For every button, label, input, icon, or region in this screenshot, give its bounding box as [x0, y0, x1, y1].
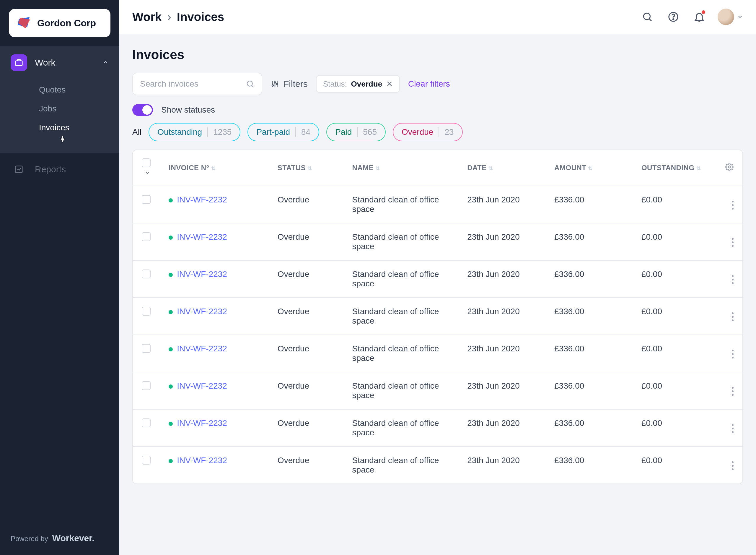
row-outstanding: £0.00 — [637, 223, 718, 260]
breadcrumb-root[interactable]: Work — [132, 10, 161, 23]
status-dot — [169, 236, 173, 240]
row-outstanding: £0.00 — [637, 260, 718, 298]
pill-partpaid[interactable]: Part-paid 84 — [247, 123, 319, 141]
status-dot — [169, 459, 173, 463]
col-outstanding[interactable]: OUTSTANDING — [642, 164, 695, 172]
row-actions-icon[interactable] — [732, 275, 734, 284]
sort-icon: ⇅ — [696, 166, 701, 171]
invoice-link[interactable]: INV-WF-2232 — [177, 232, 227, 242]
table-row[interactable]: INV-WF-2232OverdueStandard clean of offi… — [133, 446, 743, 483]
sidebar-item-reports[interactable]: Reports — [0, 153, 119, 186]
breadcrumb: Work › Invoices — [132, 10, 224, 24]
brand[interactable]: Gordon Corp — [9, 9, 110, 37]
select-all-checkbox[interactable] — [142, 158, 151, 167]
sort-icon: ⇅ — [488, 166, 493, 171]
sidebar-item-label: Work — [35, 58, 55, 68]
invoice-link[interactable]: INV-WF-2232 — [177, 381, 227, 390]
filter-chip-label: Status: — [323, 80, 347, 89]
sidebar-item-jobs[interactable]: Jobs — [0, 99, 119, 118]
invoice-link[interactable]: INV-WF-2232 — [177, 344, 227, 353]
row-date: 23th Jun 2020 — [463, 372, 550, 409]
table-row[interactable]: INV-WF-2232OverdueStandard clean of offi… — [133, 409, 743, 446]
search-icon[interactable] — [640, 9, 655, 25]
invoice-link[interactable]: INV-WF-2232 — [177, 419, 227, 428]
row-checkbox[interactable] — [142, 419, 151, 427]
pill-paid[interactable]: Paid 565 — [326, 123, 386, 141]
row-date: 23th Jun 2020 — [463, 335, 550, 372]
col-name[interactable]: NAME — [352, 164, 374, 172]
sidebar-item-work[interactable]: Work — [0, 46, 119, 79]
row-checkbox[interactable] — [142, 269, 151, 279]
invoice-link[interactable]: INV-WF-2232 — [177, 269, 227, 279]
sidebar-item-quotes[interactable]: Quotes — [0, 80, 119, 99]
row-amount: £336.00 — [550, 223, 637, 260]
row-checkbox[interactable] — [142, 381, 151, 390]
search-input-wrap — [132, 73, 262, 95]
search-input[interactable] — [140, 79, 246, 89]
invoices-table: INVOICE N°⇅ STATUS⇅ NAME⇅ DATE⇅ AMOUNT⇅ … — [132, 150, 743, 484]
row-actions-icon[interactable] — [732, 350, 734, 358]
sort-icon: ⇅ — [375, 166, 380, 171]
chevron-down-icon — [737, 14, 743, 20]
row-outstanding: £0.00 — [637, 446, 718, 483]
row-status: Overdue — [273, 372, 347, 409]
sidebar-item-invoices[interactable]: Invoices — [0, 118, 119, 137]
row-status: Overdue — [273, 186, 347, 223]
notifications-icon[interactable] — [692, 9, 707, 25]
status-dot — [169, 422, 173, 426]
user-menu[interactable] — [718, 9, 743, 25]
row-checkbox[interactable] — [142, 195, 151, 204]
col-amount[interactable]: AMOUNT — [554, 164, 586, 172]
row-date: 23th Jun 2020 — [463, 186, 550, 223]
page-title: Invoices — [132, 47, 743, 62]
clear-filters-link[interactable]: Clear filters — [408, 79, 450, 89]
col-invoice[interactable]: INVOICE N° — [169, 164, 209, 172]
row-actions-icon[interactable] — [732, 387, 734, 396]
help-icon[interactable] — [666, 9, 681, 25]
table-row[interactable]: INV-WF-2232OverdueStandard clean of offi… — [133, 372, 743, 409]
row-checkbox[interactable] — [142, 232, 151, 241]
row-amount: £336.00 — [550, 446, 637, 483]
row-status: Overdue — [273, 260, 347, 298]
row-actions-icon[interactable] — [732, 201, 734, 210]
pill-label: Part-paid — [256, 127, 290, 137]
row-actions-icon[interactable] — [732, 461, 734, 470]
close-icon[interactable]: ✕ — [386, 80, 393, 89]
breadcrumb-sep: › — [167, 10, 171, 23]
table-row[interactable]: INV-WF-2232OverdueStandard clean of offi… — [133, 223, 743, 260]
invoice-link[interactable]: INV-WF-2232 — [177, 195, 227, 204]
row-amount: £336.00 — [550, 335, 637, 372]
row-outstanding: £0.00 — [637, 335, 718, 372]
row-actions-icon[interactable] — [732, 238, 734, 247]
sort-icon: ⇅ — [211, 166, 216, 171]
powered-by: Powered by Workever. — [0, 521, 119, 555]
table-row[interactable]: INV-WF-2232OverdueStandard clean of offi… — [133, 298, 743, 335]
table-row[interactable]: INV-WF-2232OverdueStandard clean of offi… — [133, 186, 743, 223]
show-statuses-toggle[interactable] — [132, 104, 153, 116]
table-row[interactable]: INV-WF-2232OverdueStandard clean of offi… — [133, 335, 743, 372]
row-amount: £336.00 — [550, 298, 637, 335]
row-date: 23th Jun 2020 — [463, 298, 550, 335]
row-checkbox[interactable] — [142, 456, 151, 465]
row-actions-icon[interactable] — [732, 312, 734, 321]
select-dropdown-icon[interactable] — [145, 169, 150, 177]
col-date[interactable]: DATE — [467, 164, 487, 172]
gear-icon[interactable] — [725, 165, 734, 173]
row-checkbox[interactable] — [142, 307, 151, 315]
row-outstanding: £0.00 — [637, 186, 718, 223]
table-row[interactable]: INV-WF-2232OverdueStandard clean of offi… — [133, 260, 743, 298]
col-status[interactable]: STATUS — [278, 164, 305, 172]
pill-count: 23 — [438, 127, 454, 137]
row-name: Standard clean of office space — [347, 186, 463, 223]
row-status: Overdue — [273, 298, 347, 335]
row-checkbox[interactable] — [142, 344, 151, 353]
invoice-link[interactable]: INV-WF-2232 — [177, 307, 227, 316]
filter-chip-status[interactable]: Status: Overdue ✕ — [316, 75, 400, 93]
filters-button[interactable]: Filters — [271, 79, 308, 89]
avatar — [718, 9, 734, 25]
row-actions-icon[interactable] — [732, 424, 734, 433]
invoice-link[interactable]: INV-WF-2232 — [177, 456, 227, 465]
row-amount: £336.00 — [550, 260, 637, 298]
pill-overdue[interactable]: Overdue 23 — [393, 123, 463, 141]
work-icon — [11, 54, 27, 71]
